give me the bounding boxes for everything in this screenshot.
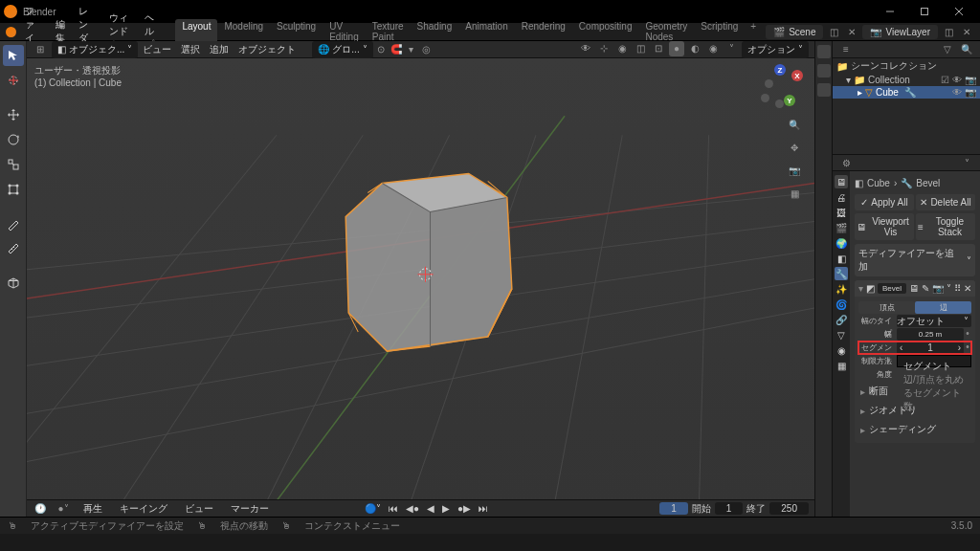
autokey-toggle[interactable]: 🔵˅ bbox=[362, 503, 384, 514]
eye-icon[interactable]: 👁 bbox=[952, 87, 962, 98]
tab-modifier[interactable]: 🔧 bbox=[835, 267, 848, 280]
width-type-dropdown[interactable]: オフセット˅ bbox=[897, 315, 971, 327]
scene-selector[interactable]: 🎬 Scene bbox=[766, 25, 823, 39]
properties-editor-icon[interactable]: ⚙ bbox=[838, 155, 854, 170]
current-frame[interactable]: 1 bbox=[659, 502, 688, 515]
segments-field[interactable]: ‹ 1 › bbox=[897, 342, 964, 354]
npanel-tab-view[interactable] bbox=[817, 83, 831, 97]
tab-scene[interactable]: 🎬 bbox=[835, 221, 848, 234]
tab-physics[interactable]: 🌀 bbox=[835, 298, 848, 311]
delete-modifier-icon[interactable]: ✕ bbox=[964, 283, 971, 294]
render-icon[interactable]: 📷 bbox=[965, 87, 976, 98]
xray-icon[interactable]: ◫ bbox=[633, 41, 648, 56]
pan-icon[interactable]: ✥ bbox=[786, 139, 803, 156]
tool-select-box[interactable] bbox=[3, 45, 24, 66]
viewlayer-new-icon[interactable]: ◫ bbox=[941, 24, 956, 39]
vp-menu-select[interactable]: 選択 bbox=[176, 41, 205, 58]
npanel-tab-item[interactable] bbox=[817, 45, 831, 58]
options-dropdown[interactable]: オプション˅ bbox=[742, 41, 809, 58]
zoom-icon[interactable]: 🔍 bbox=[786, 116, 803, 133]
tool-cursor[interactable] bbox=[3, 70, 24, 91]
tool-scale[interactable] bbox=[3, 154, 24, 175]
timeline-editor-icon[interactable]: 🕐 bbox=[33, 501, 48, 517]
start-frame[interactable]: 1 bbox=[715, 502, 744, 515]
playback-popover-icon[interactable]: ●˅ bbox=[56, 501, 71, 517]
editmode-toggle-icon[interactable]: ✎ bbox=[922, 283, 929, 294]
play-rev-icon[interactable]: ◀ bbox=[424, 503, 437, 514]
subpanel-shading[interactable]: シェーディング bbox=[858, 420, 971, 439]
tl-menu-view[interactable]: ビュー bbox=[180, 500, 218, 518]
segments-animate-icon[interactable]: • bbox=[964, 342, 971, 354]
tab-mesh[interactable]: ▽ bbox=[835, 328, 848, 342]
camera-icon[interactable]: 📷 bbox=[786, 162, 803, 179]
affect-edges-button[interactable]: 辺 bbox=[915, 301, 971, 314]
blender-logo-icon[interactable] bbox=[6, 26, 16, 37]
viewport-3d[interactable]: ユーザー・透視投影 (1) Collection | Cube X Y Z 🔍 … bbox=[27, 58, 814, 499]
snap-toggle-icon[interactable]: 🧲 bbox=[389, 42, 404, 57]
vp-menu-object[interactable]: オブジェクト bbox=[234, 41, 301, 58]
collapse-icon[interactable] bbox=[858, 283, 863, 294]
tool-annotate[interactable] bbox=[3, 213, 24, 234]
tab-viewlayer[interactable]: 🖼 bbox=[835, 206, 848, 219]
outliner-cube[interactable]: ▸▽ Cube 🔧 👁📷 bbox=[833, 86, 980, 99]
properties-breadcrumb[interactable]: ◧ Cube › 🔧 Bevel bbox=[855, 175, 975, 191]
play-icon[interactable]: ▶ bbox=[439, 503, 453, 514]
tab-material[interactable]: ◉ bbox=[835, 343, 848, 357]
checkbox-icon[interactable]: ☑ bbox=[941, 75, 949, 85]
increment-icon[interactable]: › bbox=[958, 342, 961, 353]
extras-menu-icon[interactable]: ⠿ bbox=[954, 283, 961, 294]
jump-start-icon[interactable]: ⏮ bbox=[386, 503, 401, 514]
snap-opts-icon[interactable]: ▾ bbox=[404, 42, 419, 57]
outliner-collection[interactable]: ▾📁 Collection ☑👁📷 bbox=[833, 74, 980, 86]
render-toggle-icon[interactable]: 📷 bbox=[932, 283, 944, 294]
apply-all-button[interactable]: ✓Apply All bbox=[855, 194, 914, 210]
eye-icon[interactable]: 👁 bbox=[952, 75, 962, 85]
viewlayer-selector[interactable]: 📷 ViewLayer bbox=[862, 25, 938, 39]
jump-end-icon[interactable]: ⏭ bbox=[476, 503, 491, 514]
scene-new-icon[interactable]: ◫ bbox=[826, 24, 841, 39]
tab-object[interactable]: ◧ bbox=[835, 252, 848, 265]
tool-rotate[interactable] bbox=[3, 129, 24, 150]
render-icon[interactable]: 📷 bbox=[965, 75, 976, 85]
viewport-vis-button[interactable]: 🖥Viewport Vis bbox=[855, 213, 914, 240]
viewlayer-del-icon[interactable]: ✕ bbox=[959, 24, 974, 39]
end-frame[interactable]: 250 bbox=[769, 502, 809, 515]
outliner-scene-collection[interactable]: 📁 シーンコレクション bbox=[833, 58, 980, 74]
mode-dropdown[interactable]: ◧ オブジェク... ˅ bbox=[52, 41, 138, 58]
persp-ortho-icon[interactable]: ▦ bbox=[786, 185, 803, 202]
realtime-toggle-icon[interactable]: 🖥 bbox=[909, 283, 919, 294]
vp-menu-view[interactable]: ビュー bbox=[138, 41, 176, 58]
outliner-search-icon[interactable]: 🔍 bbox=[959, 42, 974, 57]
tab-constraint[interactable]: 🔗 bbox=[835, 313, 848, 326]
keyframe-prev-icon[interactable]: ◀● bbox=[403, 503, 422, 514]
width-field[interactable]: 0.25 m bbox=[897, 328, 964, 341]
shading-solid-icon[interactable]: ● bbox=[669, 41, 684, 56]
shading-material-icon[interactable]: ◐ bbox=[687, 41, 702, 56]
add-modifier-dropdown[interactable]: モディファイアーを追加 ˅ bbox=[855, 244, 975, 276]
tool-measure[interactable] bbox=[3, 238, 24, 259]
orientation-dropdown[interactable]: 🌐グロ...˅ bbox=[312, 41, 372, 58]
tl-menu-keying[interactable]: キーイング bbox=[115, 500, 172, 518]
tab-particles[interactable]: ✨ bbox=[835, 282, 848, 296]
visibility-icon[interactable]: 👁 bbox=[578, 41, 593, 56]
nav-gizmo[interactable]: X Y Z bbox=[761, 64, 805, 108]
width-animate-icon[interactable]: • bbox=[964, 328, 971, 341]
outliner-filter-icon[interactable]: ▽ bbox=[940, 42, 955, 57]
outliner-editor-icon[interactable]: ≡ bbox=[838, 42, 854, 57]
tool-add-cube[interactable] bbox=[3, 273, 24, 294]
tl-menu-playback[interactable]: 再生 bbox=[78, 500, 107, 518]
prop-edit-icon[interactable]: ◎ bbox=[419, 42, 434, 57]
tl-menu-marker[interactable]: マーカー bbox=[226, 500, 274, 518]
shading-wire-icon[interactable]: ⊡ bbox=[651, 41, 666, 56]
npanel-tab-tool[interactable] bbox=[817, 64, 831, 77]
close-button[interactable] bbox=[942, 0, 976, 23]
decrement-icon[interactable]: ‹ bbox=[900, 342, 902, 353]
scene-del-icon[interactable]: ✕ bbox=[844, 24, 859, 39]
modifier-name-field[interactable]: Bevel bbox=[878, 283, 906, 294]
overlay-icon[interactable]: ◉ bbox=[614, 41, 630, 56]
props-options-icon[interactable]: ˅ bbox=[959, 155, 974, 170]
editor-type-icon[interactable]: ⊞ bbox=[33, 42, 48, 57]
minimize-button[interactable] bbox=[873, 0, 907, 23]
shading-opts-icon[interactable]: ˅ bbox=[724, 41, 739, 56]
vp-menu-add[interactable]: 追加 bbox=[205, 41, 234, 58]
